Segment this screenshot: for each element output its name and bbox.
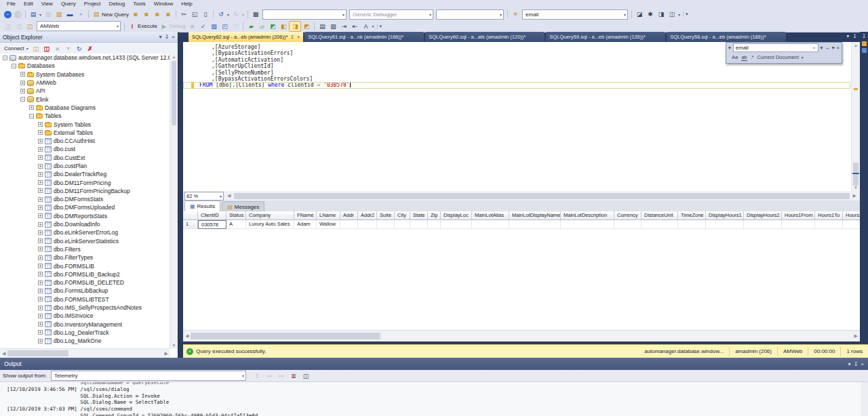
chevron-down-icon[interactable]: ▾	[832, 45, 835, 51]
new-query-button[interactable]: ▤New Query	[91, 9, 130, 19]
toolbox-button[interactable]: ◨	[656, 9, 667, 19]
disconnect-icon-button[interactable]: ✗	[85, 44, 96, 54]
tree-item[interactable]: +dbo.IMSInvoice	[0, 312, 170, 320]
menu-item-window[interactable]: Window	[150, 0, 177, 8]
column-header[interactable]: DisplayHours2	[744, 211, 782, 220]
collapse-icon[interactable]: −	[12, 64, 16, 68]
redo-button[interactable]: ↻▾	[231, 9, 245, 19]
expand-icon[interactable]: +	[20, 89, 25, 93]
grid-cell[interactable]	[472, 220, 509, 229]
tree-item[interactable]: +dbo.FORMSLIB_Backup2	[0, 270, 170, 278]
column-header[interactable]: DisplayLoc	[441, 211, 472, 220]
find-input[interactable]: email ×	[733, 43, 818, 52]
expand-icon[interactable]: +	[38, 180, 43, 185]
expand-icon[interactable]: +	[20, 72, 25, 77]
results-horizontal-scrollbar[interactable]: ◀ ▶	[183, 330, 860, 341]
grid-cell[interactable]	[428, 220, 441, 229]
tab-list-chevron-icon[interactable]: ▾	[846, 33, 849, 39]
navigate-to-button[interactable]: ◪	[634, 9, 645, 19]
expand-icon[interactable]: +	[38, 172, 43, 177]
available-databases-combo[interactable]: AMWeb▾	[37, 21, 121, 31]
scroll-up-icon[interactable]: ▲	[170, 54, 178, 60]
find-scope-dropdown[interactable]: Current Document ▾	[757, 54, 804, 60]
scroll-right-icon[interactable]: ▶	[851, 193, 859, 199]
grid-corner-cell[interactable]	[183, 211, 198, 220]
column-header[interactable]: Hours1To	[815, 211, 843, 220]
menu-item-view[interactable]: View	[37, 0, 57, 8]
scroll-up-icon[interactable]: ▲	[852, 42, 860, 49]
nav-back-button[interactable]: ←	[3, 9, 13, 19]
tools-button[interactable]: ✱	[645, 9, 656, 19]
menu-item-tools[interactable]: Tools	[129, 0, 150, 8]
toolbar2-overflow-button[interactable]: ▾	[377, 24, 384, 29]
grid-cell[interactable]: Wallow	[317, 220, 340, 229]
document-tab[interactable]: SQLQuery58.sql - a...eb (amadmin (188))*	[667, 32, 786, 42]
expand-icon[interactable]: +	[38, 264, 43, 268]
tree-item[interactable]: +dbo.eLinkServerStatistics	[0, 237, 170, 245]
scroll-down-icon[interactable]: ▼	[170, 342, 178, 349]
activity-monitor-button[interactable]: ▩	[250, 9, 261, 19]
results-tab-results[interactable]: ▦Results	[184, 201, 220, 211]
execute-button[interactable]: !Execute	[127, 22, 159, 31]
column-header[interactable]: ClientID	[198, 211, 226, 220]
tree-item[interactable]: −Elink	[0, 95, 170, 103]
expand-icon[interactable]: +	[38, 230, 43, 235]
database-engine-query-button[interactable]: ◙	[130, 9, 141, 19]
save-all-button[interactable]: ▫	[75, 9, 86, 19]
outdent-button[interactable]: ⇤	[349, 22, 360, 31]
expand-icon[interactable]: +	[38, 247, 43, 251]
scrollbar-thumb[interactable]	[7, 350, 68, 356]
paste-button[interactable]: ▯	[200, 9, 211, 19]
chevron-down-icon[interactable]: ▾	[159, 34, 162, 40]
grid-cell[interactable]	[358, 220, 377, 229]
expand-icon[interactable]: +	[38, 314, 43, 318]
scrollbar-thumb[interactable]	[172, 61, 176, 125]
scroll-right-icon[interactable]: ▶	[163, 351, 170, 356]
chevron-down-icon[interactable]: ▾	[429, 12, 431, 17]
pin-icon[interactable]: ↧	[862, 33, 867, 39]
expand-icon[interactable]: +	[38, 306, 43, 310]
toolbar-combo-2[interactable]: ▾	[436, 9, 504, 20]
analysis-services-query-button[interactable]: ◙	[141, 9, 152, 19]
chevron-down-icon[interactable]: ▾	[39, 12, 41, 17]
expand-icon[interactable]: +	[38, 222, 43, 227]
scroll-down-icon[interactable]: ▼	[852, 184, 860, 191]
grid-cell[interactable]: 030578	[198, 220, 226, 229]
pin-icon[interactable]: ↧	[854, 361, 859, 367]
pin-icon[interactable]: ↧	[290, 35, 294, 40]
chevron-down-icon[interactable]: ▾	[227, 12, 229, 17]
tree-item[interactable]: +dbo.DMFormsUploaded	[0, 203, 170, 211]
sqlcmd-mode-button[interactable]: ▤	[317, 22, 328, 31]
grid-cell[interactable]	[340, 220, 358, 229]
expand-icon[interactable]: +	[20, 81, 25, 85]
grid-cell[interactable]	[642, 220, 678, 229]
menu-item-query[interactable]: Query	[57, 0, 80, 8]
toolbar-combo-1[interactable]: ▾	[262, 9, 347, 20]
tree-item[interactable]: +System Databases	[0, 70, 170, 79]
row-number-cell[interactable]: 1	[183, 220, 198, 229]
expand-icon[interactable]: +	[38, 122, 43, 127]
chevron-down-icon[interactable]: ▾	[117, 24, 119, 28]
expand-icon[interactable]: +	[38, 322, 43, 327]
refresh-icon-button[interactable]: ↻	[74, 44, 85, 54]
document-tab[interactable]: SQLQuery61.sql - a...nk (amadmin (168))*	[304, 32, 424, 42]
column-header[interactable]: Suite	[377, 211, 395, 220]
tree-item[interactable]: +AMWeb	[0, 79, 170, 87]
match-case-icon[interactable]: Aa	[732, 54, 738, 60]
tree-item[interactable]: +dbo.eLinkServerErrorLog	[0, 228, 170, 236]
output-vertical-scrollbar[interactable]	[861, 382, 868, 416]
debugger-combo[interactable]: Generic Debugger▾	[349, 9, 433, 20]
column-header[interactable]: MainLotDisplayName	[509, 211, 561, 220]
copy-button[interactable]: ◱	[189, 9, 200, 19]
grid-cell[interactable]: Luxury Auto Sales	[246, 220, 294, 229]
grid-cell[interactable]	[614, 220, 642, 229]
chevron-down-icon[interactable]: ▾	[500, 12, 502, 17]
column-header[interactable]: Hours2From	[843, 211, 860, 220]
results-to-grid-button[interactable]: ◨	[289, 21, 301, 32]
column-header[interactable]: DisplayHours1	[706, 211, 744, 220]
menu-item-debug[interactable]: Debug	[105, 0, 130, 8]
column-header[interactable]: TimeZone	[678, 211, 706, 220]
grid-cell[interactable]	[706, 220, 744, 229]
grid-cell[interactable]: A	[226, 220, 246, 229]
column-header[interactable]: LName	[317, 211, 340, 220]
